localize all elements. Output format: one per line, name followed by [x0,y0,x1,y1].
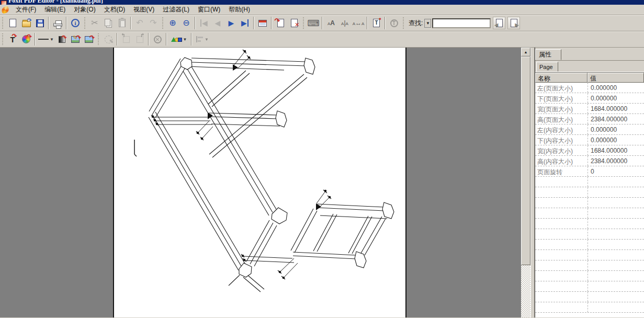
menu-object[interactable]: 对象(O) [70,4,99,15]
next-page-button[interactable]: ▶ [224,16,238,30]
scroll-up-button[interactable]: ▲ [521,48,530,56]
property-value[interactable] [587,260,644,270]
undo-button[interactable]: ↶ [133,16,146,30]
add-image-button[interactable]: ↷ [82,32,96,46]
property-row[interactable] [535,281,644,292]
page-layout-button[interactable] [256,16,269,30]
edit-image-button[interactable]: ✎↷ [69,32,82,46]
paste-button[interactable] [115,16,129,30]
property-value[interactable]: 2384.000000 [587,156,644,166]
property-row[interactable]: 左(内容大小) 0.000000 [535,124,644,135]
property-value[interactable]: 1684.000000 [587,145,644,155]
font-size-button[interactable]: AA [324,16,338,30]
scrollbar-track[interactable] [521,265,530,317]
scrollbar-thumb[interactable] [521,56,530,265]
property-value[interactable] [587,250,644,260]
menu-view[interactable]: 视图(V) [129,4,159,15]
property-value[interactable]: 2384.000000 [587,114,644,124]
property-row[interactable] [535,229,644,240]
properties-tab[interactable]: 属性 [535,49,561,60]
delete-page-button[interactable]: ✕ [287,16,301,30]
find-next-button[interactable]: ▶ [507,17,520,29]
property-value[interactable] [587,281,644,291]
find-input[interactable] [432,18,491,28]
align-objects-button[interactable]: ▼ [194,32,211,46]
property-row[interactable]: 宽(页面大小) 1684.000000 [535,104,644,114]
menu-file[interactable]: 文件(F) [12,4,40,15]
property-value[interactable] [587,187,644,197]
zoom-in-button[interactable]: ⊕ [166,16,179,30]
property-value[interactable] [587,208,644,218]
property-row[interactable] [535,187,644,198]
page-tab[interactable]: Page [536,62,558,72]
toolbar-drag-handle[interactable] [2,17,4,29]
property-value[interactable] [587,302,644,312]
delete-object-button[interactable]: ✕ [151,32,164,46]
fill-gradient-button[interactable]: ↷ [55,32,69,46]
menu-window[interactable]: 窗口(W) [194,4,224,15]
open-file-button[interactable] [19,16,33,30]
copy-button[interactable] [101,16,115,30]
toolbar-drag-handle[interactable] [402,17,405,29]
property-value[interactable] [587,177,644,187]
document-canvas[interactable] [0,48,521,317]
property-value[interactable]: 0.000000 [587,135,644,145]
document-info-button[interactable]: i [69,16,82,30]
property-value[interactable] [587,240,644,249]
add-text-button[interactable]: T* [369,16,383,30]
toolbar-drag-handle[interactable] [97,33,100,45]
new-document-button[interactable] [6,16,19,30]
property-row[interactable]: 下(页面大小) 0.000000 [535,93,644,104]
lasso-select-button[interactable]: ✎ [101,32,115,46]
property-row[interactable] [535,198,644,208]
menu-edit[interactable]: 编辑(E) [40,4,70,15]
toolbar-drag-handle[interactable] [302,17,305,29]
char-width-button[interactable]: A↔A [352,16,365,30]
print-button[interactable] [51,16,64,30]
property-row[interactable] [535,177,644,187]
vertical-scrollbar[interactable]: ▲ [521,48,530,317]
property-row[interactable] [535,208,644,219]
panel-splitter[interactable] [530,48,535,317]
menu-filter[interactable]: 过滤器(L) [159,4,194,15]
menu-help[interactable]: 帮助(H) [224,4,254,15]
first-page-button[interactable]: ◀ [197,16,211,30]
property-value[interactable] [587,219,644,229]
property-value[interactable] [587,292,644,302]
property-value[interactable]: 0.000000 [587,93,644,103]
property-value[interactable]: 0 [587,166,644,176]
property-row[interactable] [535,240,644,250]
property-value[interactable] [587,271,644,281]
property-row[interactable] [535,292,644,302]
property-row[interactable]: 下(内容大小) 0.000000 [535,135,644,145]
menu-document[interactable]: 文档(D) [100,4,130,15]
toolbar-drag-handle[interactable] [162,17,164,29]
property-row[interactable] [535,302,644,313]
property-value[interactable]: 0.000000 [587,83,644,93]
column-header-value[interactable]: 值 [587,73,644,83]
last-page-button[interactable]: ▶ [238,16,252,30]
property-value[interactable]: 1684.000000 [587,104,644,113]
property-row[interactable] [535,271,644,281]
char-kerning-button[interactable]: A|A [338,16,352,30]
property-value[interactable] [587,229,644,239]
rotate-object-right-button[interactable]: ↱ [133,32,146,46]
property-row[interactable]: 左(页面大小) 0.000000 [535,83,644,93]
save-button[interactable] [33,16,47,30]
property-row[interactable]: 高(内容大小) 2384.000000 [535,156,644,166]
previous-page-button[interactable]: ◀ [211,16,224,30]
find-previous-button[interactable]: ◀ [493,17,505,29]
property-value[interactable]: 0.000000 [587,124,644,134]
cut-button[interactable]: ✂ [88,16,101,30]
property-row[interactable]: 高(页面大小) 2384.000000 [535,114,644,124]
toolbar-drag-handle[interactable] [2,33,4,45]
find-dropdown-button[interactable]: ▼ [424,19,431,28]
keyboard-input-button[interactable]: ⌨ [307,16,320,30]
property-value[interactable] [587,198,644,208]
property-row[interactable] [535,260,644,271]
toolbar-drag-handle[interactable] [84,17,86,29]
property-row[interactable]: 宽(内容大小) 1684.000000 [535,145,644,156]
rotate-object-left-button[interactable]: ↰ [119,32,133,46]
property-row[interactable]: 页面旋转 0 [535,166,644,177]
text-circle-button[interactable]: T [387,16,401,30]
